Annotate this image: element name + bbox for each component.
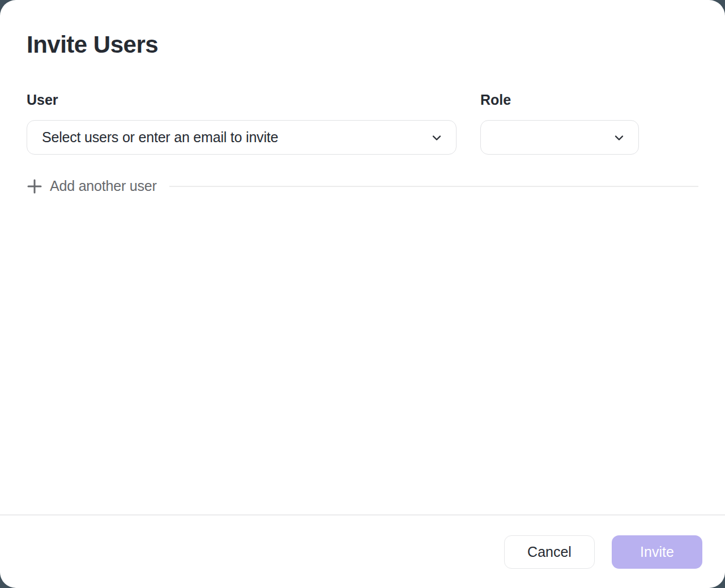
plus-icon (27, 178, 42, 194)
page-title: Invite Users (27, 32, 698, 58)
chevron-down-icon (430, 131, 443, 144)
invite-button[interactable]: Invite (612, 535, 702, 569)
user-field-label: User (27, 92, 457, 108)
user-select[interactable]: Select users or enter an email to invite (27, 120, 457, 155)
modal-footer: Cancel Invite (0, 514, 725, 588)
invite-form-row: User Select users or enter an email to i… (27, 92, 698, 155)
cancel-button[interactable]: Cancel (504, 535, 595, 569)
add-another-user-label: Add another user (50, 178, 157, 194)
add-another-user-button[interactable]: Add another user (27, 178, 157, 194)
user-select-placeholder: Select users or enter an email to invite (42, 129, 430, 146)
modal-body: Invite Users User Select users or enter … (0, 0, 725, 514)
add-another-user-row: Add another user (27, 178, 698, 194)
role-field-group: Role (480, 92, 639, 155)
chevron-down-icon (612, 131, 626, 144)
user-field-group: User Select users or enter an email to i… (27, 92, 457, 155)
role-field-label: Role (480, 92, 639, 108)
row-divider (169, 186, 698, 187)
invite-users-modal: Invite Users User Select users or enter … (0, 0, 725, 588)
role-select[interactable] (480, 120, 639, 155)
